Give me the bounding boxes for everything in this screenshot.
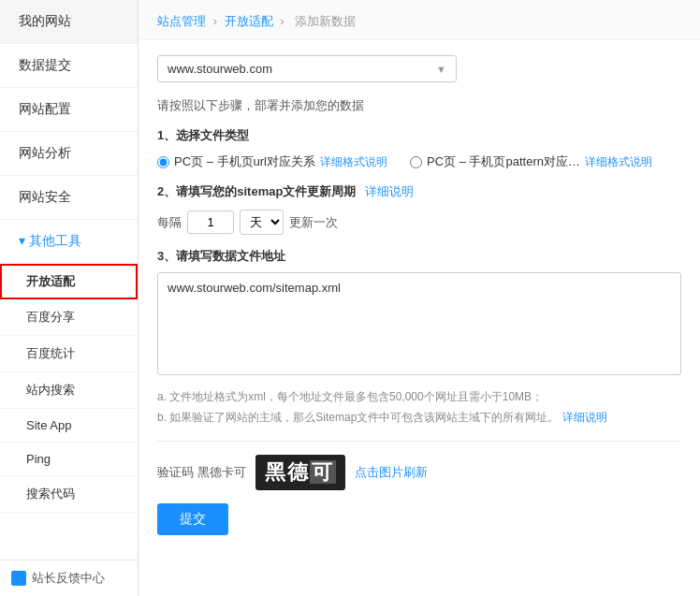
sidebar-sub-item-label: 百度统计 (26, 346, 75, 360)
sidebar: 我的网站 数据提交 网站配置 网站分析 网站安全 ▾ 其他工具 开放适配 百度分… (0, 0, 139, 596)
radio-option-1[interactable]: PC页 – 手机页url对应关系 详细格式说明 (157, 153, 387, 170)
instructions-text: 请按照以下步骤，部署并添加您的数据 (157, 97, 681, 114)
sidebar-sub-item-label: Ping (26, 452, 51, 466)
period-input[interactable] (187, 211, 234, 234)
captcha-refresh-link[interactable]: 点击图片刷新 (355, 464, 428, 481)
sidebar-item-my-site[interactable]: 我的网站 (0, 0, 138, 44)
breadcrumb-open-adapt[interactable]: 开放适配 (225, 14, 273, 28)
radio-option-2[interactable]: PC页 – 手机页pattern对应… 详细格式说明 (410, 153, 652, 170)
feedback-icon (11, 571, 26, 586)
sidebar-item-other-tools[interactable]: ▾ 其他工具 (0, 220, 138, 264)
domain-select-row: www.stourweb.com ▼ (157, 55, 681, 82)
option1-label: PC页 – 手机页url对应关系 (174, 153, 315, 170)
divider (157, 441, 681, 442)
sidebar-sub-item-site-app[interactable]: Site App (0, 409, 138, 443)
period-prefix: 每隔 (157, 214, 182, 231)
sidebar-item-label: 我的网站 (19, 13, 71, 28)
sidebar-sub-item-ping[interactable]: Ping (0, 443, 138, 476)
sidebar-sub-item-baidu-stat[interactable]: 百度统计 (0, 336, 138, 372)
sidebar-item-site-security[interactable]: 网站安全 (0, 176, 138, 220)
file-type-radio-group: PC页 – 手机页url对应关系 详细格式说明 PC页 – 手机页pattern… (157, 153, 681, 170)
sidebar-sub-item-search-code[interactable]: 搜索代码 (0, 476, 138, 513)
radio-input-1[interactable] (157, 156, 169, 168)
domain-value: www.stourweb.com (168, 62, 272, 76)
step1-title: 1、选择文件类型 (157, 127, 681, 144)
option1-detail-link[interactable]: 详细格式说明 (320, 154, 387, 170)
sidebar-item-label: 网站配置 (19, 101, 71, 116)
notes: a. 文件地址格式为xml，每个地址文件最多包含50,000个网址且需小于10M… (157, 387, 681, 428)
radio-input-2[interactable] (410, 156, 422, 168)
file-address-textarea[interactable] (157, 272, 681, 375)
sidebar-sub-item-label: Site App (26, 418, 71, 432)
breadcrumb: 站点管理 › 开放适配 › 添加新数据 (139, 0, 700, 40)
sidebar-sub-item-label: 搜索代码 (26, 487, 75, 501)
sidebar-item-label: 其他工具 (29, 233, 81, 248)
option2-label: PC页 – 手机页pattern对应… (427, 153, 580, 170)
note-a: a. 文件地址格式为xml，每个地址文件最多包含50,000个网址且需小于10M… (157, 387, 681, 408)
sidebar-sub-item-baidu-share[interactable]: 百度分享 (0, 299, 138, 336)
period-unit-select[interactable]: 天 (240, 210, 284, 235)
dropdown-arrow-icon: ▼ (436, 64, 446, 75)
sidebar-item-label: 数据提交 (19, 57, 71, 72)
step3-title: 3、请填写数据文件地址 (157, 248, 681, 265)
submit-button[interactable]: 提交 (157, 503, 228, 535)
captcha-row: 验证码 黑德卡可 黑德可 点击图片刷新 (157, 455, 681, 490)
step2-detail-link[interactable]: 详细说明 (365, 184, 414, 198)
domain-dropdown[interactable]: www.stourweb.com ▼ (157, 55, 457, 82)
option2-detail-link[interactable]: 详细格式说明 (585, 154, 652, 170)
note-b-link[interactable]: 详细说明 (562, 411, 607, 424)
sidebar-sub-item-site-search[interactable]: 站内搜索 (0, 372, 138, 409)
sidebar-item-label: 网站安全 (19, 189, 71, 204)
sidebar-sub-item-label: 开放适配 (26, 274, 75, 288)
expand-arrow-icon: ▾ (19, 233, 25, 248)
breadcrumb-site-manage[interactable]: 站点管理 (157, 14, 206, 28)
sidebar-sub-item-label: 百度分享 (26, 310, 75, 324)
sidebar-item-site-config[interactable]: 网站配置 (0, 88, 138, 132)
step2-title: 2、请填写您的sitemap文件更新周期 详细说明 (157, 183, 681, 200)
captcha-label: 验证码 黑德卡可 (157, 464, 246, 481)
period-suffix: 更新一次 (289, 214, 338, 231)
sidebar-sub-item-label: 站内搜索 (26, 383, 75, 397)
note-b: b. 如果验证了网站的主域，那么Sitemap文件中可包含该网站主域下的所有网址… (157, 408, 681, 429)
sidebar-sub-item-open-adapt[interactable]: 开放适配 (0, 264, 138, 299)
content-area: www.stourweb.com ▼ 请按照以下步骤，部署并添加您的数据 1、选… (139, 40, 700, 596)
feedback-center[interactable]: 站长反馈中心 (0, 560, 138, 596)
captcha-image[interactable]: 黑德可 (255, 455, 345, 490)
sidebar-item-site-analysis[interactable]: 网站分析 (0, 132, 138, 176)
period-row: 每隔 天 更新一次 (157, 210, 681, 235)
sidebar-item-label: 网站分析 (19, 145, 71, 160)
feedback-label: 站长反馈中心 (32, 570, 105, 587)
sidebar-item-data-submit[interactable]: 数据提交 (0, 44, 138, 88)
main-content: 站点管理 › 开放适配 › 添加新数据 www.stourweb.com ▼ 请… (139, 0, 700, 596)
breadcrumb-current: 添加新数据 (295, 14, 356, 28)
